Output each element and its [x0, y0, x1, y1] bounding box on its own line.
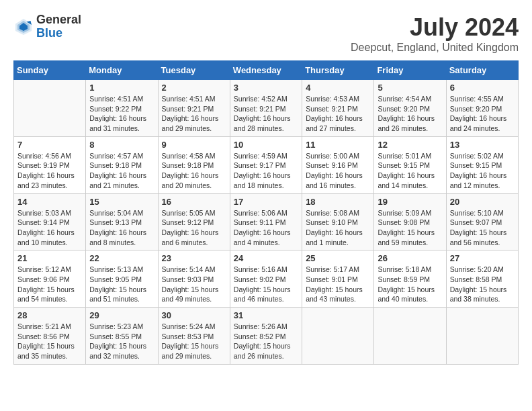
calendar-cell: [14, 80, 86, 137]
day-info: Sunrise: 5:14 AMSunset: 9:03 PMDaylight:…: [162, 265, 226, 304]
day-info: Sunrise: 4:54 AMSunset: 9:20 PMDaylight:…: [378, 94, 442, 134]
day-info: Sunrise: 4:57 AMSunset: 9:18 PMDaylight:…: [89, 151, 154, 191]
logo-icon: [13, 17, 34, 37]
day-number: 7: [17, 140, 82, 150]
calendar-cell: [302, 308, 374, 365]
day-info: Sunrise: 5:08 AMSunset: 9:10 PMDaylight:…: [306, 208, 370, 248]
location-text: Deepcut, England, United Kingdom: [351, 42, 519, 54]
day-info: Sunrise: 5:23 AMSunset: 8:55 PMDaylight:…: [89, 322, 154, 361]
day-info: Sunrise: 4:52 AMSunset: 9:21 PMDaylight:…: [234, 94, 298, 134]
day-info: Sunrise: 5:03 AMSunset: 9:14 PMDaylight:…: [17, 208, 82, 248]
day-info: Sunrise: 5:09 AMSunset: 9:08 PMDaylight:…: [378, 208, 442, 248]
day-number: 19: [378, 197, 442, 207]
calendar-header: SundayMondayTuesdayWednesdayThursdayFrid…: [14, 61, 519, 80]
day-number: 2: [162, 83, 226, 93]
day-info: Sunrise: 5:05 AMSunset: 9:12 PMDaylight:…: [162, 208, 226, 248]
day-number: 14: [17, 197, 82, 207]
calendar-cell: 25Sunrise: 5:17 AMSunset: 9:01 PMDayligh…: [302, 250, 374, 308]
day-info: Sunrise: 5:04 AMSunset: 9:13 PMDaylight:…: [89, 208, 154, 248]
day-info: Sunrise: 4:51 AMSunset: 9:22 PMDaylight:…: [89, 94, 154, 134]
calendar-body: 1Sunrise: 4:51 AMSunset: 9:22 PMDaylight…: [14, 80, 519, 365]
day-number: 10: [234, 140, 298, 150]
day-number: 21: [17, 253, 82, 263]
day-number: 23: [162, 253, 226, 263]
calendar-cell: 23Sunrise: 5:14 AMSunset: 9:03 PMDayligh…: [158, 250, 230, 308]
day-number: 20: [450, 197, 515, 207]
calendar-cell: 3Sunrise: 4:52 AMSunset: 9:21 PMDaylight…: [230, 80, 302, 137]
calendar-cell: [446, 308, 518, 365]
calendar-cell: 31Sunrise: 5:26 AMSunset: 8:52 PMDayligh…: [230, 308, 302, 365]
calendar-week-row: 1Sunrise: 4:51 AMSunset: 9:22 PMDaylight…: [14, 80, 519, 137]
day-info: Sunrise: 4:59 AMSunset: 9:17 PMDaylight:…: [234, 151, 298, 191]
title-block: July 2024 Deepcut, England, United Kingd…: [351, 13, 519, 54]
day-info: Sunrise: 4:55 AMSunset: 9:20 PMDaylight:…: [450, 94, 515, 134]
calendar-week-row: 21Sunrise: 5:12 AMSunset: 9:06 PMDayligh…: [14, 250, 519, 308]
calendar-cell: 26Sunrise: 5:18 AMSunset: 8:59 PMDayligh…: [374, 250, 446, 308]
day-info: Sunrise: 5:06 AMSunset: 9:11 PMDaylight:…: [234, 208, 298, 248]
calendar-cell: 15Sunrise: 5:04 AMSunset: 9:13 PMDayligh…: [86, 193, 158, 250]
calendar-cell: 2Sunrise: 4:51 AMSunset: 9:21 PMDaylight…: [158, 80, 230, 137]
calendar-cell: 11Sunrise: 5:00 AMSunset: 9:16 PMDayligh…: [302, 136, 374, 193]
day-info: Sunrise: 4:51 AMSunset: 9:21 PMDaylight:…: [162, 94, 226, 134]
day-info: Sunrise: 5:26 AMSunset: 8:52 PMDaylight:…: [234, 322, 298, 361]
day-info: Sunrise: 5:00 AMSunset: 9:16 PMDaylight:…: [306, 151, 370, 191]
calendar-cell: 5Sunrise: 4:54 AMSunset: 9:20 PMDaylight…: [374, 80, 446, 137]
day-number: 18: [306, 197, 370, 207]
day-number: 17: [234, 197, 298, 207]
header-cell-saturday: Saturday: [446, 61, 518, 80]
day-info: Sunrise: 5:13 AMSunset: 9:05 PMDaylight:…: [89, 265, 154, 304]
day-number: 1: [89, 83, 154, 93]
calendar-cell: 9Sunrise: 4:58 AMSunset: 9:18 PMDaylight…: [158, 136, 230, 193]
day-info: Sunrise: 5:12 AMSunset: 9:06 PMDaylight:…: [17, 265, 82, 304]
day-number: 4: [306, 83, 370, 93]
day-info: Sunrise: 4:56 AMSunset: 9:19 PMDaylight:…: [17, 151, 82, 191]
calendar-cell: 18Sunrise: 5:08 AMSunset: 9:10 PMDayligh…: [302, 193, 374, 250]
header-row: SundayMondayTuesdayWednesdayThursdayFrid…: [14, 61, 519, 80]
calendar-cell: 28Sunrise: 5:21 AMSunset: 8:56 PMDayligh…: [14, 308, 86, 365]
calendar-week-row: 14Sunrise: 5:03 AMSunset: 9:14 PMDayligh…: [14, 193, 519, 250]
logo: General Blue: [13, 13, 81, 40]
calendar-cell: 4Sunrise: 4:53 AMSunset: 9:21 PMDaylight…: [302, 80, 374, 137]
calendar-cell: 30Sunrise: 5:24 AMSunset: 8:53 PMDayligh…: [158, 308, 230, 365]
day-number: 31: [234, 310, 298, 320]
calendar-week-row: 7Sunrise: 4:56 AMSunset: 9:19 PMDaylight…: [14, 136, 519, 193]
day-number: 8: [89, 140, 154, 150]
day-number: 24: [234, 253, 298, 263]
day-number: 5: [378, 83, 442, 93]
calendar-cell: 14Sunrise: 5:03 AMSunset: 9:14 PMDayligh…: [14, 193, 86, 250]
calendar-cell: 6Sunrise: 4:55 AMSunset: 9:20 PMDaylight…: [446, 80, 518, 137]
day-number: 29: [89, 310, 154, 320]
calendar-cell: 16Sunrise: 5:05 AMSunset: 9:12 PMDayligh…: [158, 193, 230, 250]
calendar-week-row: 28Sunrise: 5:21 AMSunset: 8:56 PMDayligh…: [14, 308, 519, 365]
day-info: Sunrise: 5:02 AMSunset: 9:15 PMDaylight:…: [450, 151, 515, 191]
day-number: 3: [234, 83, 298, 93]
day-info: Sunrise: 5:10 AMSunset: 9:07 PMDaylight:…: [450, 208, 515, 248]
calendar-cell: 19Sunrise: 5:09 AMSunset: 9:08 PMDayligh…: [374, 193, 446, 250]
calendar-cell: 27Sunrise: 5:20 AMSunset: 8:58 PMDayligh…: [446, 250, 518, 308]
logo-general-text: General: [36, 13, 81, 27]
day-number: 11: [306, 140, 370, 150]
day-number: 30: [162, 310, 226, 320]
calendar-cell: 29Sunrise: 5:23 AMSunset: 8:55 PMDayligh…: [86, 308, 158, 365]
calendar-cell: 21Sunrise: 5:12 AMSunset: 9:06 PMDayligh…: [14, 250, 86, 308]
header-cell-monday: Monday: [86, 61, 158, 80]
calendar-cell: [374, 308, 446, 365]
day-number: 9: [162, 140, 226, 150]
day-number: 27: [450, 253, 515, 263]
month-year-title: July 2024: [351, 13, 519, 42]
day-info: Sunrise: 4:58 AMSunset: 9:18 PMDaylight:…: [162, 151, 226, 191]
calendar-cell: 1Sunrise: 4:51 AMSunset: 9:22 PMDaylight…: [86, 80, 158, 137]
calendar-table: SundayMondayTuesdayWednesdayThursdayFrid…: [13, 60, 519, 365]
day-number: 25: [306, 253, 370, 263]
calendar-cell: 8Sunrise: 4:57 AMSunset: 9:18 PMDaylight…: [86, 136, 158, 193]
day-info: Sunrise: 5:18 AMSunset: 8:59 PMDaylight:…: [378, 265, 442, 304]
day-info: Sunrise: 4:53 AMSunset: 9:21 PMDaylight:…: [306, 94, 370, 134]
header-cell-friday: Friday: [374, 61, 446, 80]
day-info: Sunrise: 5:17 AMSunset: 9:01 PMDaylight:…: [306, 265, 370, 304]
day-number: 16: [162, 197, 226, 207]
header-cell-thursday: Thursday: [302, 61, 374, 80]
header-cell-tuesday: Tuesday: [158, 61, 230, 80]
calendar-cell: 10Sunrise: 4:59 AMSunset: 9:17 PMDayligh…: [230, 136, 302, 193]
day-info: Sunrise: 5:21 AMSunset: 8:56 PMDaylight:…: [17, 322, 82, 361]
header-cell-wednesday: Wednesday: [230, 61, 302, 80]
